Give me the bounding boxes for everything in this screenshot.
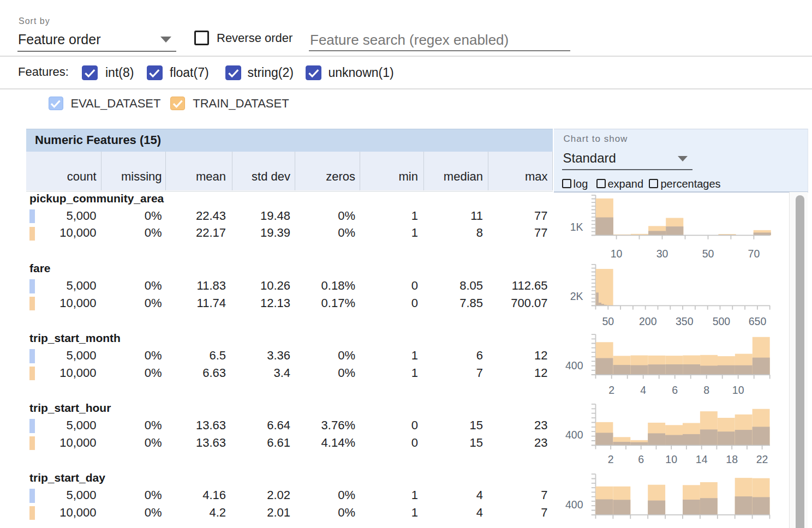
svg-text:30: 30: [656, 248, 668, 260]
svg-text:22: 22: [756, 453, 768, 465]
svg-text:50: 50: [602, 315, 614, 327]
svg-text:400: 400: [565, 359, 583, 371]
svg-text:18: 18: [726, 453, 738, 465]
svg-text:10: 10: [732, 384, 744, 396]
svg-text:6: 6: [638, 453, 644, 465]
svg-text:50: 50: [702, 248, 714, 260]
svg-text:4: 4: [640, 384, 646, 396]
svg-text:10: 10: [611, 248, 623, 260]
svg-text:10: 10: [665, 453, 677, 465]
svg-text:500: 500: [713, 315, 731, 327]
svg-text:2: 2: [608, 453, 614, 465]
svg-text:2K: 2K: [570, 290, 583, 302]
svg-text:1K: 1K: [570, 221, 583, 233]
svg-text:6: 6: [672, 384, 678, 396]
svg-text:400: 400: [565, 429, 583, 441]
svg-text:350: 350: [676, 315, 694, 327]
svg-text:650: 650: [749, 315, 767, 327]
svg-text:2: 2: [608, 384, 614, 396]
svg-text:8: 8: [703, 384, 709, 396]
svg-text:400: 400: [565, 499, 583, 511]
svg-text:14: 14: [696, 453, 708, 465]
svg-text:70: 70: [748, 248, 760, 260]
svg-text:200: 200: [639, 315, 657, 327]
